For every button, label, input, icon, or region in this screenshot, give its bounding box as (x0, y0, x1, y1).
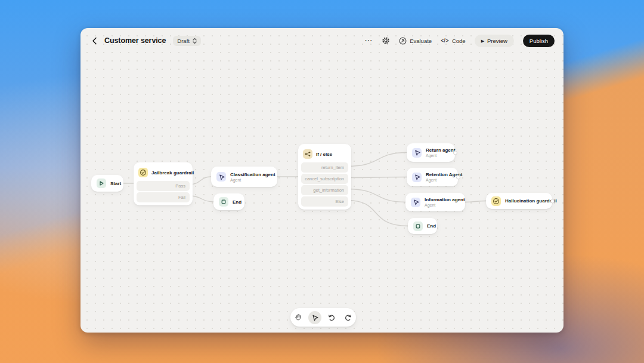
node-title: End (427, 223, 436, 229)
node-end-1[interactable]: End (213, 193, 244, 210)
node-subtitle: Agent (230, 178, 275, 182)
node-title: Return agent (426, 147, 455, 153)
code-icon: </> (441, 38, 449, 44)
node-if-else[interactable]: If / else return_item cancel_subscriptio… (298, 144, 351, 210)
node-subtitle: Agent (426, 153, 455, 158)
node-hallucination-guardrail[interactable]: Hallucination guardrail (486, 193, 552, 209)
preview-label: Preview (487, 38, 507, 44)
gear-icon (382, 36, 390, 45)
status-badge-draft[interactable]: Draft (173, 36, 201, 46)
evaluate-icon (399, 37, 407, 45)
header-actions: ⋯ Evaluate </> Code ▶ Preview Publish (364, 35, 555, 47)
redo-button[interactable] (342, 311, 355, 324)
pan-tool-button[interactable] (292, 311, 305, 324)
connection-cancel-retention (347, 177, 407, 178)
node-information-agent[interactable]: Information agent Agent (405, 193, 465, 211)
code-button[interactable]: </> Code (441, 38, 466, 44)
node-title: Start (110, 181, 121, 186)
node-title: Classification agent (230, 172, 275, 177)
back-button[interactable] (89, 36, 99, 45)
output-cancel-subscription[interactable]: cancel_subscription (301, 174, 348, 184)
preview-button[interactable]: ▶ Preview (475, 35, 514, 47)
node-title: Information agent (425, 197, 465, 202)
node-title: Jailbreak guardrail (151, 170, 194, 176)
node-end-2[interactable]: End (408, 218, 437, 234)
connection-returnitem-returnagent (347, 153, 407, 167)
stop-icon (413, 222, 423, 231)
node-header: If / else (301, 147, 348, 161)
select-tool-button[interactable] (308, 311, 321, 324)
redo-icon (344, 313, 352, 322)
evaluate-button[interactable]: Evaluate (399, 37, 432, 45)
evaluate-label: Evaluate (410, 38, 432, 44)
connection-handle[interactable] (453, 150, 457, 155)
play-icon (97, 179, 106, 188)
node-jailbreak-guardrail[interactable]: Jailbreak guardrail Pass Fail (134, 162, 193, 205)
publish-label: Publish (530, 38, 548, 44)
connection-fail-end (190, 196, 213, 202)
node-retention-agent[interactable]: Retention Agent Agent (407, 168, 458, 186)
cursor-icon (311, 313, 319, 322)
guardrail-icon (138, 168, 148, 177)
output-return-item[interactable]: return_item (301, 162, 348, 173)
app-window: Customer service Draft ⋯ Evaluate </> Co… (80, 28, 564, 333)
chevron-left-icon (92, 37, 97, 45)
status-badge-label: Draft (177, 38, 190, 44)
node-return-agent[interactable]: Return agent Agent (407, 143, 455, 162)
header: Customer service Draft ⋯ Evaluate </> Co… (80, 28, 564, 53)
code-label: Code (452, 38, 466, 44)
node-title: End (233, 199, 242, 205)
agent-icon (412, 173, 422, 182)
guardrail-icon (491, 196, 501, 206)
desktop-wallpaper: Customer service Draft ⋯ Evaluate </> Co… (0, 0, 644, 363)
connection-else-end (347, 201, 408, 226)
node-start[interactable]: Start (91, 175, 123, 192)
node-title: If / else (316, 152, 332, 157)
agent-icon (412, 148, 422, 158)
stop-icon (219, 197, 228, 207)
undo-icon (327, 313, 336, 322)
agent-icon (411, 198, 420, 207)
node-header: Jailbreak guardrail (137, 165, 190, 180)
output-else[interactable]: Else (301, 196, 348, 207)
hand-icon (294, 313, 303, 322)
output-fail[interactable]: Fail (137, 192, 190, 202)
connection-information-hallucination (465, 201, 486, 202)
connection-pass-classification (190, 177, 211, 184)
connection-handle[interactable] (456, 175, 460, 179)
connection-handle[interactable] (550, 199, 555, 203)
publish-button[interactable]: Publish (523, 35, 555, 47)
connection-getinfo-information (347, 189, 405, 202)
undo-button[interactable] (325, 311, 338, 324)
chevron-up-down-icon (193, 38, 197, 44)
agent-icon (216, 172, 226, 182)
play-icon: ▶ (481, 39, 484, 43)
output-get-information[interactable]: get_information (301, 185, 348, 195)
node-title: Hallucination guardrail (505, 198, 557, 204)
branch-icon (303, 149, 312, 159)
output-pass[interactable]: Pass (137, 181, 190, 191)
node-subtitle: Agent (425, 203, 465, 207)
canvas-toolbar (290, 308, 356, 327)
node-classification-agent[interactable]: Classification agent Agent (211, 167, 277, 187)
page-title: Customer service (104, 36, 166, 45)
settings-button[interactable] (382, 36, 390, 45)
